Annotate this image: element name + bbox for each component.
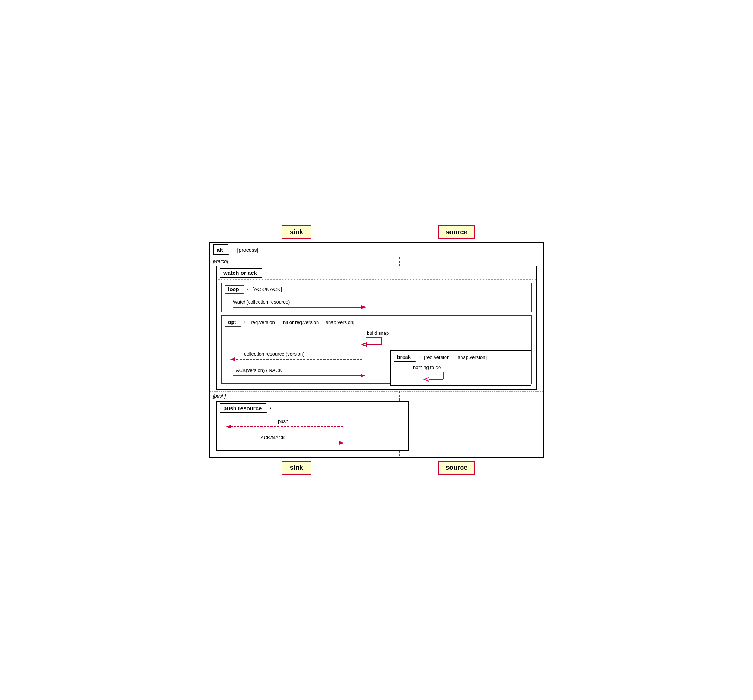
svg-marker-3 (361, 306, 366, 309)
break-frame-wrapper: break [req.version == snap.version] noth… (390, 350, 531, 386)
alt-keyword: alt (213, 244, 234, 255)
nothing-to-do-svg: nothing to do (391, 363, 531, 385)
top-lifeline-labels: sink source (209, 225, 544, 239)
nothing-to-do-row: nothing to do (391, 363, 531, 385)
watch-or-ack-keyword: watch or ack (220, 268, 267, 278)
ack-nack-push-row: ACK/NACK (217, 431, 408, 447)
diagram-content: [watch] watch or ack loop [ACK/NACK] (210, 257, 543, 457)
svg-text:ACK/NACK: ACK/NACK (261, 435, 285, 440)
svg-text:push: push (278, 418, 288, 424)
push-resource-header: push resource (217, 402, 408, 415)
svg-text:ACK(version) / NACK: ACK(version) / NACK (236, 368, 283, 373)
opt-content: build snap (222, 328, 531, 380)
watch-or-ack-frame: watch or ack loop [ACK/NACK] (216, 265, 537, 390)
break-condition: [req.version == snap.version] (424, 354, 487, 360)
alt-condition: [process] (237, 247, 259, 253)
bottom-sink-label: sink (282, 461, 311, 475)
alt-frame-header: alt [process] (210, 243, 543, 257)
loop-header: loop [ACK/NACK] (222, 284, 531, 295)
watch-section-label: [watch] (210, 257, 543, 264)
break-keyword: break (394, 352, 420, 362)
build-snap-row: build snap (222, 328, 531, 348)
loop-frame: loop [ACK/NACK] Watch(collection resourc… (221, 283, 532, 312)
push-resource-frame: push resource push ACK/NACK (216, 401, 409, 451)
opt-header: opt [req.version == nil or req.version !… (222, 316, 531, 328)
watch-label: Watch(collection resource) (233, 299, 290, 305)
push-arrow-svg: push (217, 415, 408, 431)
build-snap-svg: build snap (222, 328, 531, 348)
watch-or-ack-header: watch or ack (217, 266, 536, 280)
svg-marker-14 (361, 374, 366, 377)
bottom-lifeline-labels: sink source (209, 461, 544, 475)
break-header: break [req.version == snap.version] (391, 351, 531, 363)
diagram-wrapper: sink source alt [process] [watch] (209, 225, 544, 475)
top-source-label: source (438, 225, 475, 239)
push-resource-keyword: push resource (220, 403, 271, 413)
loop-condition: [ACK/NACK] (253, 286, 282, 292)
top-sink-label: sink (282, 225, 311, 239)
svg-text:nothing to do: nothing to do (413, 365, 441, 370)
watch-message-row: Watch(collection resource) (222, 295, 531, 312)
ack-nack-push-svg: ACK/NACK (217, 431, 408, 447)
opt-condition: [req.version == nil or req.version != sn… (250, 320, 355, 325)
break-frame: break [req.version == snap.version] noth… (390, 350, 531, 386)
opt-frame: opt [req.version == nil or req.version !… (221, 315, 532, 384)
svg-text:build snap: build snap (367, 330, 389, 336)
watch-arrow-svg: Watch(collection resource) (222, 295, 531, 312)
svg-marker-24 (339, 441, 344, 445)
push-section-label: [push] (210, 392, 543, 399)
loop-keyword: loop (225, 285, 248, 294)
push-message-row: push (217, 415, 408, 431)
svg-marker-21 (226, 425, 231, 429)
main-alt-frame: alt [process] [watch] watch or ack (209, 242, 544, 458)
svg-text:collection resource (version): collection resource (version) (244, 351, 305, 357)
opt-keyword: opt (225, 318, 245, 327)
svg-marker-11 (230, 357, 235, 361)
bottom-source-label: source (438, 461, 475, 475)
